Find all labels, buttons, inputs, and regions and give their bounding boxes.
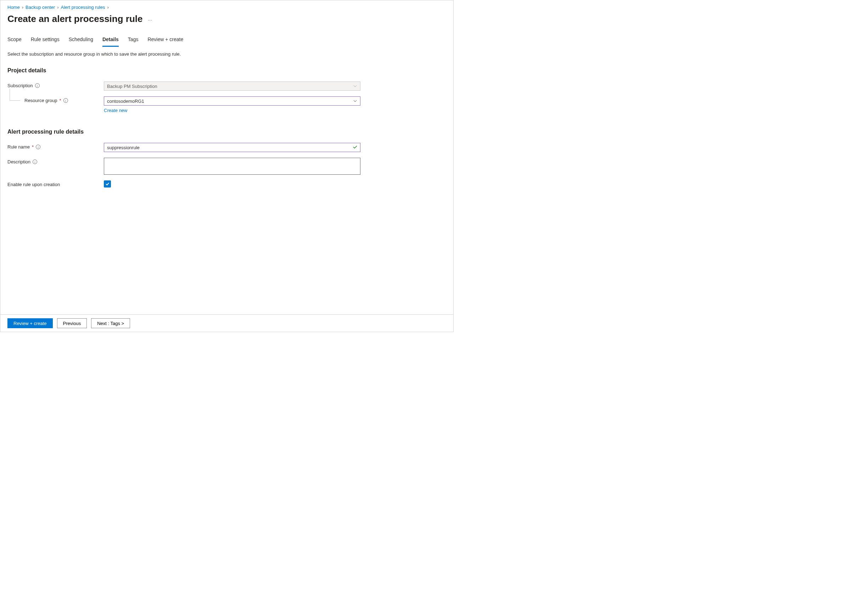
tree-connector-icon [10,89,20,100]
tab-rule-settings[interactable]: Rule settings [31,34,59,47]
breadcrumb: Home › Backup center › Alert processing … [7,3,446,12]
resource-group-label: Resource group [24,98,58,103]
next-tags-button[interactable]: Next : Tags > [91,318,130,328]
required-icon: * [32,144,34,149]
section-project-details: Project details [7,67,446,74]
rule-name-input[interactable] [104,143,360,152]
review-create-button[interactable]: Review + create [7,318,53,328]
chevron-right-icon: › [22,4,24,10]
tab-tags[interactable]: Tags [128,34,139,47]
more-icon[interactable]: … [148,16,152,22]
subscription-value: Backup PM Subscription [107,84,157,89]
tab-bar: Scope Rule settings Scheduling Details T… [7,34,446,47]
checkmark-icon [105,182,110,186]
chevron-down-icon [353,99,357,103]
rule-name-label: Rule name [7,144,30,149]
checkmark-icon [353,145,357,151]
resource-group-value: contosodemoRG1 [107,99,144,104]
section-rule-details: Alert processing rule details [7,129,446,135]
resource-group-select[interactable]: contosodemoRG1 [104,96,360,106]
breadcrumb-backup-center[interactable]: Backup center [25,4,55,10]
subscription-select: Backup PM Subscription [104,81,360,91]
info-icon[interactable]: i [63,98,68,103]
helper-text: Select the subscription and resource gro… [7,52,446,57]
tab-review-create[interactable]: Review + create [148,34,183,47]
info-icon[interactable]: i [36,145,40,149]
page-title: Create an alert processing rule [7,13,142,24]
footer-bar: Review + create Previous Next : Tags > [0,315,453,332]
info-icon[interactable]: i [32,160,37,164]
description-label: Description [7,159,31,164]
enable-rule-label: Enable rule upon creation [7,182,60,187]
chevron-right-icon: › [57,4,59,10]
tab-details[interactable]: Details [102,34,119,47]
create-new-link[interactable]: Create new [104,108,127,113]
breadcrumb-alert-processing-rules[interactable]: Alert processing rules [60,4,105,10]
enable-rule-checkbox[interactable] [104,180,111,188]
chevron-down-icon [353,84,357,88]
tab-scheduling[interactable]: Scheduling [69,34,93,47]
required-icon: * [59,98,61,103]
description-input[interactable] [104,158,360,175]
tab-scope[interactable]: Scope [7,34,22,47]
previous-button[interactable]: Previous [57,318,87,328]
info-icon[interactable]: i [35,83,40,88]
subscription-label: Subscription [7,83,33,88]
chevron-right-icon: › [107,4,108,10]
breadcrumb-home[interactable]: Home [7,4,20,10]
